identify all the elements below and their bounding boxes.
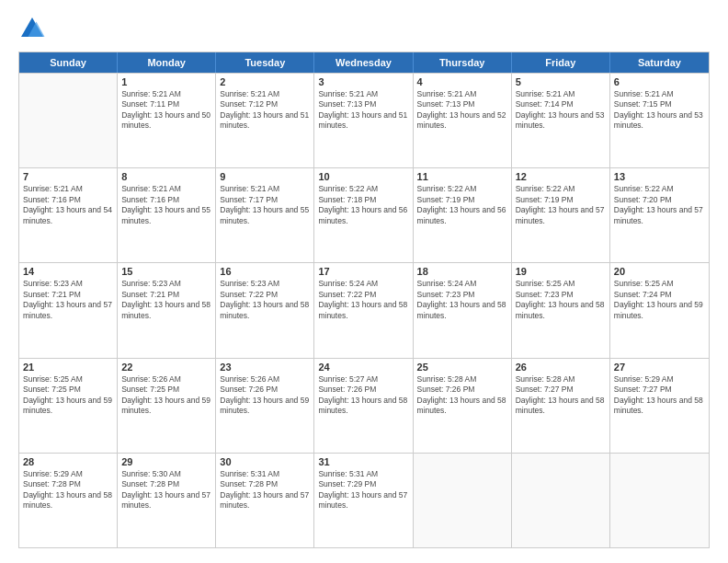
cal-cell: 7Sunrise: 5:21 AMSunset: 7:16 PMDaylight…: [19, 168, 118, 262]
day-info: Sunrise: 5:29 AMSunset: 7:28 PMDaylight:…: [23, 469, 113, 511]
day-info: Sunrise: 5:21 AMSunset: 7:13 PMDaylight:…: [417, 89, 507, 132]
day-number: 4: [417, 76, 507, 87]
day-info: Sunrise: 5:29 AMSunset: 7:27 PMDaylight:…: [614, 374, 705, 417]
cal-cell: 27Sunrise: 5:29 AMSunset: 7:27 PMDayligh…: [610, 359, 709, 453]
cal-cell: 25Sunrise: 5:28 AMSunset: 7:26 PMDayligh…: [414, 359, 512, 453]
day-number: 8: [121, 171, 211, 182]
cal-row-2: 14Sunrise: 5:23 AMSunset: 7:21 PMDayligh…: [19, 262, 709, 357]
day-number: 14: [23, 266, 113, 277]
day-info: Sunrise: 5:21 AMSunset: 7:15 PMDaylight:…: [614, 89, 705, 132]
day-number: 31: [318, 456, 408, 467]
cal-cell: 8Sunrise: 5:21 AMSunset: 7:16 PMDaylight…: [118, 168, 216, 262]
weekday-header-wednesday: Wednesday: [314, 52, 413, 73]
cal-row-0: 1Sunrise: 5:21 AMSunset: 7:11 PMDaylight…: [19, 73, 709, 167]
day-info: Sunrise: 5:26 AMSunset: 7:25 PMDaylight:…: [121, 374, 211, 417]
day-number: 17: [318, 266, 408, 277]
day-info: Sunrise: 5:25 AMSunset: 7:24 PMDaylight:…: [614, 279, 705, 321]
day-number: 15: [121, 266, 211, 277]
cal-cell: 20Sunrise: 5:25 AMSunset: 7:24 PMDayligh…: [610, 263, 709, 357]
cal-cell: 10Sunrise: 5:22 AMSunset: 7:18 PMDayligh…: [314, 168, 413, 262]
day-info: Sunrise: 5:21 AMSunset: 7:11 PMDaylight:…: [121, 89, 211, 132]
page: SundayMondayTuesdayWednesdayThursdayFrid…: [0, 0, 728, 563]
header: [18, 15, 710, 42]
day-number: 10: [318, 171, 408, 182]
day-info: Sunrise: 5:28 AMSunset: 7:27 PMDaylight:…: [516, 374, 606, 417]
cal-cell: 23Sunrise: 5:26 AMSunset: 7:26 PMDayligh…: [216, 359, 314, 453]
cal-cell: 17Sunrise: 5:24 AMSunset: 7:22 PMDayligh…: [314, 263, 413, 357]
day-number: 12: [516, 171, 606, 182]
weekday-header-sunday: Sunday: [19, 52, 118, 73]
day-number: 1: [121, 76, 211, 87]
day-info: Sunrise: 5:27 AMSunset: 7:26 PMDaylight:…: [318, 374, 408, 417]
cal-cell: 30Sunrise: 5:31 AMSunset: 7:28 PMDayligh…: [216, 454, 314, 547]
day-number: 2: [220, 76, 310, 87]
calendar: SundayMondayTuesdayWednesdayThursdayFrid…: [18, 52, 710, 548]
weekday-header-monday: Monday: [118, 52, 216, 73]
day-number: 18: [417, 266, 507, 277]
cal-cell: 31Sunrise: 5:31 AMSunset: 7:29 PMDayligh…: [314, 454, 413, 547]
cal-cell: [414, 454, 512, 547]
day-info: Sunrise: 5:21 AMSunset: 7:17 PMDaylight:…: [220, 184, 310, 226]
cal-cell: 21Sunrise: 5:25 AMSunset: 7:25 PMDayligh…: [19, 359, 118, 453]
day-number: 11: [417, 171, 507, 182]
day-number: 20: [614, 266, 705, 277]
day-info: Sunrise: 5:21 AMSunset: 7:14 PMDaylight:…: [516, 89, 606, 132]
day-info: Sunrise: 5:24 AMSunset: 7:23 PMDaylight:…: [417, 279, 507, 321]
day-number: 21: [23, 362, 113, 373]
cal-cell: 2Sunrise: 5:21 AMSunset: 7:12 PMDaylight…: [216, 74, 314, 167]
weekday-header-friday: Friday: [512, 52, 610, 73]
day-info: Sunrise: 5:21 AMSunset: 7:16 PMDaylight:…: [23, 184, 113, 226]
cal-cell: 16Sunrise: 5:23 AMSunset: 7:22 PMDayligh…: [216, 263, 314, 357]
cal-cell: 28Sunrise: 5:29 AMSunset: 7:28 PMDayligh…: [19, 454, 118, 547]
cal-cell: 4Sunrise: 5:21 AMSunset: 7:13 PMDaylight…: [414, 74, 512, 167]
cal-cell: 9Sunrise: 5:21 AMSunset: 7:17 PMDaylight…: [216, 168, 314, 262]
day-number: 24: [318, 362, 408, 373]
logo: [18, 15, 50, 42]
cal-cell: 13Sunrise: 5:22 AMSunset: 7:20 PMDayligh…: [610, 168, 709, 262]
day-number: 23: [220, 362, 310, 373]
logo-icon: [18, 15, 46, 42]
cal-row-4: 28Sunrise: 5:29 AMSunset: 7:28 PMDayligh…: [19, 453, 709, 547]
cal-row-1: 7Sunrise: 5:21 AMSunset: 7:16 PMDaylight…: [19, 167, 709, 262]
day-number: 26: [516, 362, 606, 373]
day-info: Sunrise: 5:21 AMSunset: 7:13 PMDaylight:…: [318, 89, 408, 132]
calendar-body: 1Sunrise: 5:21 AMSunset: 7:11 PMDaylight…: [19, 73, 709, 547]
day-info: Sunrise: 5:21 AMSunset: 7:16 PMDaylight:…: [121, 184, 211, 226]
day-number: 7: [23, 171, 113, 182]
day-number: 3: [318, 76, 408, 87]
day-number: 27: [614, 362, 705, 373]
cal-cell: 22Sunrise: 5:26 AMSunset: 7:25 PMDayligh…: [118, 359, 216, 453]
day-info: Sunrise: 5:22 AMSunset: 7:20 PMDaylight:…: [614, 184, 705, 226]
day-info: Sunrise: 5:28 AMSunset: 7:26 PMDaylight:…: [417, 374, 507, 417]
calendar-header: SundayMondayTuesdayWednesdayThursdayFrid…: [19, 52, 709, 73]
day-number: 16: [220, 266, 310, 277]
day-info: Sunrise: 5:22 AMSunset: 7:18 PMDaylight:…: [318, 184, 408, 226]
cal-cell: [610, 454, 709, 547]
day-info: Sunrise: 5:21 AMSunset: 7:12 PMDaylight:…: [220, 89, 310, 132]
weekday-header-saturday: Saturday: [610, 52, 709, 73]
day-number: 9: [220, 171, 310, 182]
day-info: Sunrise: 5:26 AMSunset: 7:26 PMDaylight:…: [220, 374, 310, 417]
day-number: 22: [121, 362, 211, 373]
cal-cell: 3Sunrise: 5:21 AMSunset: 7:13 PMDaylight…: [314, 74, 413, 167]
day-number: 13: [614, 171, 705, 182]
day-info: Sunrise: 5:23 AMSunset: 7:21 PMDaylight:…: [121, 279, 211, 321]
day-number: 6: [614, 76, 705, 87]
day-number: 30: [220, 456, 310, 467]
day-number: 5: [516, 76, 606, 87]
day-info: Sunrise: 5:23 AMSunset: 7:22 PMDaylight:…: [220, 279, 310, 321]
day-number: 29: [121, 456, 211, 467]
cal-cell: [19, 74, 118, 167]
cal-cell: 6Sunrise: 5:21 AMSunset: 7:15 PMDaylight…: [610, 74, 709, 167]
cal-cell: 1Sunrise: 5:21 AMSunset: 7:11 PMDaylight…: [118, 74, 216, 167]
cal-cell: 11Sunrise: 5:22 AMSunset: 7:19 PMDayligh…: [414, 168, 512, 262]
cal-cell: 5Sunrise: 5:21 AMSunset: 7:14 PMDaylight…: [512, 74, 610, 167]
cal-cell: 24Sunrise: 5:27 AMSunset: 7:26 PMDayligh…: [314, 359, 413, 453]
day-info: Sunrise: 5:24 AMSunset: 7:22 PMDaylight:…: [318, 279, 408, 321]
cal-cell: 18Sunrise: 5:24 AMSunset: 7:23 PMDayligh…: [414, 263, 512, 357]
day-info: Sunrise: 5:31 AMSunset: 7:28 PMDaylight:…: [220, 469, 310, 511]
day-number: 19: [516, 266, 606, 277]
weekday-header-thursday: Thursday: [414, 52, 512, 73]
weekday-header-tuesday: Tuesday: [216, 52, 314, 73]
cal-cell: [512, 454, 610, 547]
